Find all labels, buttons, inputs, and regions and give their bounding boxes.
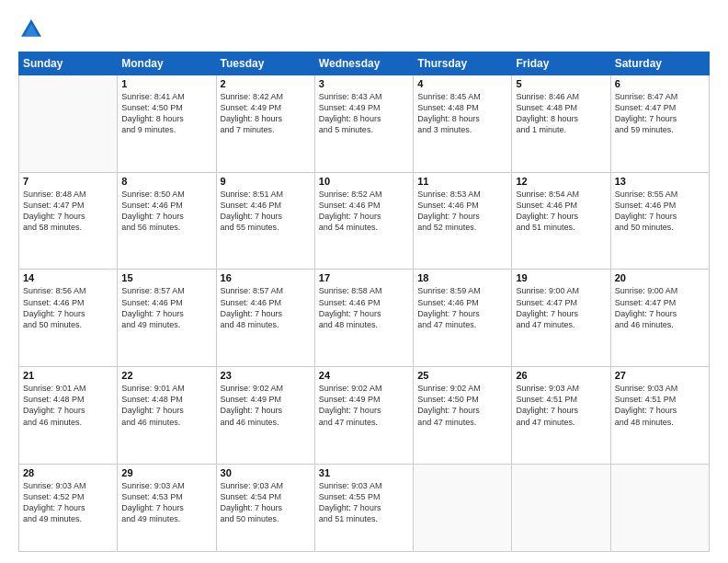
weekday-header-saturday: Saturday (610, 52, 709, 75)
day-number: 21 (23, 370, 113, 381)
day-info: Sunrise: 9:00 AM Sunset: 4:47 PM Dayligh… (615, 285, 705, 330)
weekday-header-monday: Monday (118, 52, 216, 75)
day-number: 31 (319, 467, 409, 478)
calendar-cell: 12Sunrise: 8:54 AM Sunset: 4:46 PM Dayli… (512, 172, 610, 270)
day-info: Sunrise: 8:45 AM Sunset: 4:48 PM Dayligh… (417, 91, 507, 136)
day-info: Sunrise: 8:57 AM Sunset: 4:46 PM Dayligh… (221, 285, 311, 330)
calendar-cell: 9Sunrise: 8:51 AM Sunset: 4:46 PM Daylig… (216, 172, 314, 270)
day-info: Sunrise: 9:03 AM Sunset: 4:55 PM Dayligh… (319, 480, 409, 525)
day-info: Sunrise: 8:48 AM Sunset: 4:47 PM Dayligh… (23, 189, 113, 234)
week-row-2: 7Sunrise: 8:48 AM Sunset: 4:47 PM Daylig… (19, 172, 710, 270)
weekday-header-tuesday: Tuesday (216, 52, 314, 75)
calendar-cell: 6Sunrise: 8:47 AM Sunset: 4:47 PM Daylig… (610, 75, 709, 173)
calendar-cell: 11Sunrise: 8:53 AM Sunset: 4:46 PM Dayli… (414, 172, 512, 270)
calendar-cell: 28Sunrise: 9:03 AM Sunset: 4:52 PM Dayli… (19, 464, 118, 551)
day-info: Sunrise: 9:03 AM Sunset: 4:53 PM Dayligh… (121, 480, 211, 525)
day-info: Sunrise: 9:00 AM Sunset: 4:47 PM Dayligh… (516, 285, 606, 330)
day-info: Sunrise: 9:03 AM Sunset: 4:52 PM Dayligh… (23, 480, 113, 525)
day-info: Sunrise: 9:01 AM Sunset: 4:48 PM Dayligh… (23, 383, 113, 428)
day-number: 16 (221, 272, 311, 283)
day-info: Sunrise: 9:03 AM Sunset: 4:54 PM Dayligh… (221, 480, 311, 525)
calendar-cell: 29Sunrise: 9:03 AM Sunset: 4:53 PM Dayli… (118, 464, 216, 551)
calendar-cell: 5Sunrise: 8:46 AM Sunset: 4:48 PM Daylig… (512, 75, 610, 173)
day-number: 26 (516, 370, 606, 381)
header (18, 17, 710, 42)
day-number: 4 (417, 78, 507, 89)
day-info: Sunrise: 8:53 AM Sunset: 4:46 PM Dayligh… (417, 189, 507, 234)
calendar-cell: 24Sunrise: 9:02 AM Sunset: 4:49 PM Dayli… (314, 367, 413, 465)
day-number: 14 (23, 272, 113, 283)
week-row-4: 21Sunrise: 9:01 AM Sunset: 4:48 PM Dayli… (19, 367, 710, 465)
day-number: 10 (319, 176, 409, 187)
calendar-table: SundayMondayTuesdayWednesdayThursdayFrid… (18, 52, 710, 552)
calendar-cell: 21Sunrise: 9:01 AM Sunset: 4:48 PM Dayli… (19, 367, 118, 465)
calendar-cell: 27Sunrise: 9:03 AM Sunset: 4:51 PM Dayli… (610, 367, 709, 465)
calendar-cell: 19Sunrise: 9:00 AM Sunset: 4:47 PM Dayli… (512, 270, 610, 367)
day-info: Sunrise: 9:02 AM Sunset: 4:50 PM Dayligh… (417, 383, 507, 428)
day-number: 11 (417, 176, 507, 187)
calendar-cell: 31Sunrise: 9:03 AM Sunset: 4:55 PM Dayli… (314, 464, 413, 551)
day-info: Sunrise: 8:55 AM Sunset: 4:46 PM Dayligh… (615, 189, 705, 234)
weekday-header-wednesday: Wednesday (314, 52, 413, 75)
calendar-cell (512, 464, 610, 551)
weekday-header-friday: Friday (512, 52, 610, 75)
calendar-cell: 23Sunrise: 9:02 AM Sunset: 4:49 PM Dayli… (216, 367, 314, 465)
day-number: 12 (516, 176, 606, 187)
calendar-cell: 2Sunrise: 8:42 AM Sunset: 4:49 PM Daylig… (216, 75, 314, 173)
day-number: 19 (516, 272, 606, 283)
day-number: 25 (417, 370, 507, 381)
day-info: Sunrise: 9:02 AM Sunset: 4:49 PM Dayligh… (319, 383, 409, 428)
day-number: 3 (319, 78, 409, 89)
calendar-cell: 22Sunrise: 9:01 AM Sunset: 4:48 PM Dayli… (118, 367, 216, 465)
calendar-cell: 13Sunrise: 8:55 AM Sunset: 4:46 PM Dayli… (610, 172, 709, 270)
day-number: 7 (23, 176, 113, 187)
day-info: Sunrise: 8:47 AM Sunset: 4:47 PM Dayligh… (615, 91, 705, 136)
weekday-header-row: SundayMondayTuesdayWednesdayThursdayFrid… (19, 52, 710, 75)
day-info: Sunrise: 8:41 AM Sunset: 4:50 PM Dayligh… (121, 91, 211, 136)
day-number: 8 (121, 176, 211, 187)
calendar-cell: 16Sunrise: 8:57 AM Sunset: 4:46 PM Dayli… (216, 270, 314, 367)
day-info: Sunrise: 9:02 AM Sunset: 4:49 PM Dayligh… (221, 383, 311, 428)
calendar-cell: 25Sunrise: 9:02 AM Sunset: 4:50 PM Dayli… (414, 367, 512, 465)
day-number: 24 (319, 370, 409, 381)
day-number: 9 (221, 176, 311, 187)
weekday-header-thursday: Thursday (414, 52, 512, 75)
day-number: 17 (319, 272, 409, 283)
calendar-cell: 17Sunrise: 8:58 AM Sunset: 4:46 PM Dayli… (314, 270, 413, 367)
day-info: Sunrise: 9:03 AM Sunset: 4:51 PM Dayligh… (516, 383, 606, 428)
logo (18, 17, 48, 42)
week-row-3: 14Sunrise: 8:56 AM Sunset: 4:46 PM Dayli… (19, 270, 710, 367)
day-number: 30 (221, 467, 311, 478)
day-number: 15 (121, 272, 211, 283)
day-info: Sunrise: 8:43 AM Sunset: 4:49 PM Dayligh… (319, 91, 409, 136)
day-number: 13 (615, 176, 705, 187)
week-row-5: 28Sunrise: 9:03 AM Sunset: 4:52 PM Dayli… (19, 464, 710, 551)
day-info: Sunrise: 8:58 AM Sunset: 4:46 PM Dayligh… (319, 285, 409, 330)
day-number: 23 (221, 370, 311, 381)
calendar-cell: 3Sunrise: 8:43 AM Sunset: 4:49 PM Daylig… (314, 75, 413, 173)
calendar-cell: 20Sunrise: 9:00 AM Sunset: 4:47 PM Dayli… (610, 270, 709, 367)
day-number: 29 (121, 467, 211, 478)
day-info: Sunrise: 8:52 AM Sunset: 4:46 PM Dayligh… (319, 189, 409, 234)
calendar-cell: 7Sunrise: 8:48 AM Sunset: 4:47 PM Daylig… (19, 172, 118, 270)
calendar-cell: 1Sunrise: 8:41 AM Sunset: 4:50 PM Daylig… (118, 75, 216, 173)
day-number: 28 (23, 467, 113, 478)
day-number: 20 (615, 272, 705, 283)
day-info: Sunrise: 9:03 AM Sunset: 4:51 PM Dayligh… (615, 383, 705, 428)
calendar-cell: 30Sunrise: 9:03 AM Sunset: 4:54 PM Dayli… (216, 464, 314, 551)
calendar-cell: 15Sunrise: 8:57 AM Sunset: 4:46 PM Dayli… (118, 270, 216, 367)
calendar-cell: 18Sunrise: 8:59 AM Sunset: 4:46 PM Dayli… (414, 270, 512, 367)
calendar-cell: 10Sunrise: 8:52 AM Sunset: 4:46 PM Dayli… (314, 172, 413, 270)
day-info: Sunrise: 8:50 AM Sunset: 4:46 PM Dayligh… (121, 189, 211, 234)
calendar-cell (19, 75, 118, 173)
day-number: 5 (516, 78, 606, 89)
day-info: Sunrise: 8:42 AM Sunset: 4:49 PM Dayligh… (221, 91, 311, 136)
day-info: Sunrise: 8:56 AM Sunset: 4:46 PM Dayligh… (23, 285, 113, 330)
day-info: Sunrise: 8:57 AM Sunset: 4:46 PM Dayligh… (121, 285, 211, 330)
day-info: Sunrise: 9:01 AM Sunset: 4:48 PM Dayligh… (121, 383, 211, 428)
day-number: 6 (615, 78, 705, 89)
day-number: 27 (615, 370, 705, 381)
calendar-cell: 26Sunrise: 9:03 AM Sunset: 4:51 PM Dayli… (512, 367, 610, 465)
calendar-cell (610, 464, 709, 551)
calendar-cell: 14Sunrise: 8:56 AM Sunset: 4:46 PM Dayli… (19, 270, 118, 367)
